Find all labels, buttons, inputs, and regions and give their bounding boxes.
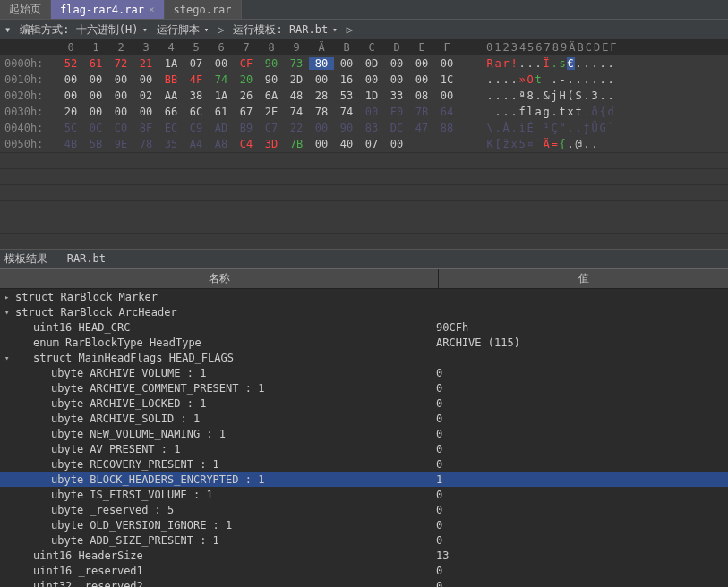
hex-editor: 0123456789ÄBCDEF 0123456789ÄBCDEF 0000h:… xyxy=(0,39,728,249)
hex-row[interactable]: 0020h:00000002AA381A266A4828531D330800..… xyxy=(0,88,728,104)
hex-row[interactable]: 0040h:5C0CC08FECC9ADB9C722009083DC4788\.… xyxy=(0,120,728,136)
close-icon[interactable]: × xyxy=(149,4,155,15)
tab-起始页[interactable]: 起始页 xyxy=(0,0,51,19)
run-script-dropdown[interactable]: 运行脚本 xyxy=(157,22,209,38)
hex-row[interactable]: 0050h:4B5B9E7835A4A8C43D7B00400700K[žx5¤… xyxy=(0,136,728,152)
tree-row[interactable]: ubyte ARCHIVE_VOLUME : 10 xyxy=(0,365,728,380)
template-result-header: 模板结果 - RAR.bt xyxy=(0,249,728,268)
tree-row[interactable]: ubyte IS_FIRST_VOLUME : 10 xyxy=(0,487,728,502)
tree-grid-header: 名称 值 xyxy=(0,268,728,289)
tree-row[interactable]: enum RarBlockType HeadTypeARCHIVE (115) xyxy=(0,335,728,350)
tree-row[interactable]: ▾struct RarBlock ArcHeader xyxy=(0,304,728,319)
tree-row[interactable]: ubyte BLOCK_HEADERS_ENCRYPTED : 11 xyxy=(0,472,728,487)
tree-row[interactable]: ubyte ARCHIVE_SOLID : 10 xyxy=(0,411,728,426)
tree-row[interactable]: uint16 HEAD_CRC90CFh xyxy=(0,319,728,335)
hex-column-header: 0123456789ÄBCDEF 0123456789ÄBCDEF xyxy=(0,39,728,55)
tree-row[interactable]: ubyte ARCHIVE_COMMENT_PRESENT : 10 xyxy=(0,380,728,396)
hex-row[interactable]: 0010h:00000000BB4F7420902D00160000001C..… xyxy=(0,72,728,88)
expand-icon[interactable]: ▾ xyxy=(4,308,15,317)
col-name[interactable]: 名称 xyxy=(0,269,439,288)
tab-stego.rar[interactable]: stego.rar xyxy=(165,0,242,19)
tree-row[interactable]: uint32 _reserved20 xyxy=(0,578,728,587)
ascii-header: 0123456789ÄBCDEF xyxy=(486,41,619,54)
tree-row[interactable]: ubyte OLD_VERSION_IGNORE : 10 xyxy=(0,517,728,532)
tree-row[interactable]: ubyte NEW_VOLUME_NAMING : 10 xyxy=(0,426,728,441)
expand-icon[interactable]: ▾ xyxy=(4,353,15,362)
col-value[interactable]: 值 xyxy=(439,269,728,288)
run-script-play-icon[interactable]: ▷ xyxy=(218,23,224,36)
tree-row[interactable]: ubyte ARCHIVE_LOCKED : 10 xyxy=(0,396,728,411)
tree-row[interactable]: ▾struct MainHeadFlags HEAD_FLAGS xyxy=(0,350,728,365)
tree-row[interactable]: ubyte RECOVERY_PRESENT : 10 xyxy=(0,456,728,472)
tree-row[interactable]: ubyte AV_PRESENT : 10 xyxy=(0,441,728,456)
tree-row[interactable]: ▸struct RarBlock Marker xyxy=(0,289,728,304)
run-template-play-icon[interactable]: ▷ xyxy=(347,23,353,36)
tree-row[interactable]: ubyte _reserved : 50 xyxy=(0,502,728,517)
tree-row[interactable]: uint16 _reserved10 xyxy=(0,563,728,578)
expand-icon[interactable]: ▸ xyxy=(4,293,15,302)
tab-flag-rar4.rar[interactable]: flag-rar4.rar× xyxy=(51,0,165,19)
hex-blank-area xyxy=(0,152,728,249)
toolbar-arrow-icon[interactable]: ▾ xyxy=(4,23,11,36)
edit-mode-dropdown[interactable]: 编辑方式: 十六进制(H) xyxy=(20,22,148,38)
hex-row[interactable]: 0000h:526172211A0700CF907380000D000000Ra… xyxy=(0,55,728,72)
hex-rows[interactable]: 0000h:526172211A0700CF907380000D000000Ra… xyxy=(0,55,728,152)
template-result-label: 模板结果 - RAR.bt xyxy=(4,251,106,267)
run-template-dropdown[interactable]: 运行模板: RAR.bt xyxy=(233,22,337,38)
hex-row[interactable]: 0030h:20000000666C61672E74787400F07B64 .… xyxy=(0,104,728,120)
toolbar: ▾ 编辑方式: 十六进制(H) 运行脚本 ▷ 运行模板: RAR.bt ▷ xyxy=(0,20,728,39)
struct-tree[interactable]: ▸struct RarBlock Marker▾struct RarBlock … xyxy=(0,289,728,587)
tree-row[interactable]: ubyte ADD_SIZE_PRESENT : 10 xyxy=(0,532,728,548)
tree-row[interactable]: uint16 HeaderSize13 xyxy=(0,548,728,563)
tab-bar: 起始页flag-rar4.rar×stego.rar xyxy=(0,0,728,20)
